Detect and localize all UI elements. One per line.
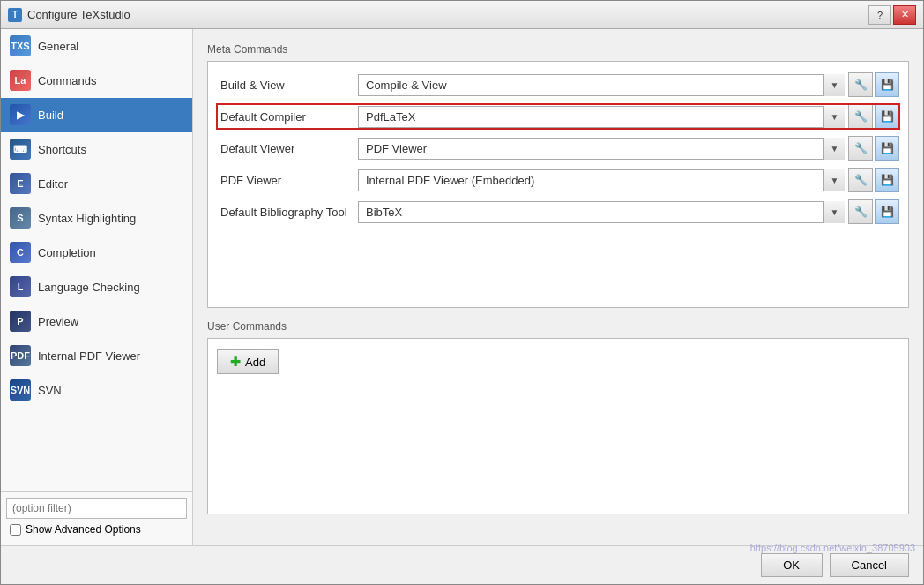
wrench-button-pdf-viewer[interactable]: 🔧	[848, 168, 873, 192]
sidebar-list: TXSGeneralLaCommands▶Build⌨ShortcutsEEdi…	[1, 29, 192, 491]
option-filter-input[interactable]	[6, 498, 187, 519]
sidebar-item-label-syntax: Syntax Highlighting	[38, 212, 136, 225]
form-row-default-viewer: Default ViewerPDF ViewerDVI ViewerPS Vie…	[217, 136, 899, 161]
user-commands-section: User Commands ✚ Add	[207, 320, 909, 514]
meta-commands-section: Meta Commands Build & ViewCompile & View…	[207, 43, 909, 308]
cancel-button[interactable]: Cancel	[830, 553, 909, 577]
sidebar-item-label-completion: Completion	[38, 246, 96, 259]
editor-icon: E	[10, 173, 31, 194]
select-wrapper-bibliography-tool: BibTeXBiberBibTeX8▼	[358, 201, 845, 223]
form-row-bibliography-tool: Default Bibliography ToolBibTeXBiberBibT…	[217, 199, 899, 224]
select-build-view[interactable]: Compile & ViewPdfLaTeX + View PDFLaTeX +…	[358, 74, 845, 96]
add-button[interactable]: ✚ Add	[217, 349, 279, 374]
label-pdf-viewer: PDF Viewer	[217, 174, 358, 187]
label-default-viewer: Default Viewer	[217, 142, 358, 155]
select-bibliography-tool[interactable]: BibTeXBiberBibTeX8	[358, 201, 845, 223]
label-build-view: Build & View	[217, 79, 358, 92]
sidebar-item-general[interactable]: TXSGeneral	[1, 29, 192, 64]
build-icon: ▶	[10, 104, 31, 125]
title-bar: T Configure TeXstudio ? ✕	[1, 1, 923, 29]
close-button[interactable]: ✕	[893, 5, 916, 25]
select-default-compiler[interactable]: PdfLaTeXLaTeXXeLaTeXLuaLaTeXBibTeX	[358, 106, 845, 128]
commands-icon: La	[10, 70, 31, 91]
sidebar: TXSGeneralLaCommands▶Build⌨ShortcutsEEdi…	[1, 29, 193, 545]
select-pdf-viewer[interactable]: Internal PDF Viewer (Embedded)External P…	[358, 169, 845, 191]
disk-button-default-viewer[interactable]: 💾	[875, 136, 899, 161]
meta-commands-box: Build & ViewCompile & ViewPdfLaTeX + Vie…	[207, 61, 909, 308]
sidebar-item-svn[interactable]: SVNSVN	[1, 373, 192, 408]
dialog-footer: OK Cancel	[1, 545, 923, 584]
wrench-button-bibliography-tool[interactable]: 🔧	[848, 199, 873, 224]
sidebar-item-label-preview: Preview	[38, 315, 78, 328]
show-advanced-option[interactable]: Show Advanced Options	[6, 519, 187, 540]
sidebar-item-label-commands: Commands	[38, 74, 96, 87]
sidebar-footer: Show Advanced Options	[1, 491, 192, 545]
user-commands-box: ✚ Add	[207, 338, 909, 514]
pdfviewer-icon: PDF	[10, 345, 31, 366]
sidebar-item-preview[interactable]: PPreview	[1, 304, 192, 339]
row-btns-build-view: 🔧💾	[848, 72, 899, 97]
user-commands-label: User Commands	[207, 320, 909, 333]
label-default-compiler: Default Compiler	[217, 110, 358, 124]
sidebar-item-label-pdfviewer: Internal PDF Viewer	[38, 349, 140, 363]
sidebar-item-syntax[interactable]: SSyntax Highlighting	[1, 201, 192, 236]
row-btns-pdf-viewer: 🔧💾	[848, 168, 899, 192]
disk-button-pdf-viewer[interactable]: 💾	[875, 168, 899, 192]
sidebar-item-label-build: Build	[38, 109, 63, 122]
window-title: Configure TeXstudio	[27, 8, 130, 21]
sidebar-item-language[interactable]: LLanguage Checking	[1, 270, 192, 304]
show-advanced-checkbox[interactable]	[10, 524, 21, 536]
general-icon: TXS	[10, 35, 31, 56]
app-icon: T	[8, 8, 22, 22]
sidebar-item-shortcuts[interactable]: ⌨Shortcuts	[1, 132, 192, 167]
wrench-button-build-view[interactable]: 🔧	[848, 72, 873, 97]
help-button[interactable]: ?	[868, 5, 891, 25]
form-row-default-compiler: Default CompilerPdfLaTeXLaTeXXeLaTeXLuaL…	[217, 104, 899, 129]
row-btns-default-compiler: 🔧💾	[848, 104, 899, 129]
label-bibliography-tool: Default Bibliography Tool	[217, 206, 358, 219]
language-icon: L	[10, 276, 31, 297]
add-button-label: Add	[245, 356, 265, 369]
sidebar-item-label-svn: SVN	[38, 384, 62, 397]
syntax-icon: S	[10, 207, 31, 229]
row-btns-bibliography-tool: 🔧💾	[848, 199, 899, 224]
sidebar-item-pdfviewer[interactable]: PDFInternal PDF Viewer	[1, 339, 192, 373]
sidebar-item-completion[interactable]: CCompletion	[1, 236, 192, 270]
meta-commands-label: Meta Commands	[207, 43, 909, 56]
show-advanced-label: Show Advanced Options	[26, 523, 141, 536]
form-row-build-view: Build & ViewCompile & ViewPdfLaTeX + Vie…	[217, 72, 899, 97]
sidebar-item-commands[interactable]: LaCommands	[1, 64, 192, 98]
wrench-button-default-compiler[interactable]: 🔧	[848, 104, 873, 129]
select-wrapper-pdf-viewer: Internal PDF Viewer (Embedded)External P…	[358, 169, 845, 191]
form-row-pdf-viewer: PDF ViewerInternal PDF Viewer (Embedded)…	[217, 168, 899, 192]
disk-button-default-compiler[interactable]: 💾	[875, 104, 899, 129]
completion-icon: C	[10, 242, 31, 263]
title-bar-buttons: ? ✕	[868, 5, 916, 25]
select-wrapper-build-view: Compile & ViewPdfLaTeX + View PDFLaTeX +…	[358, 74, 845, 96]
sidebar-item-label-shortcuts: Shortcuts	[38, 143, 86, 156]
wrench-button-default-viewer[interactable]: 🔧	[848, 136, 873, 161]
row-btns-default-viewer: 🔧💾	[848, 136, 899, 161]
disk-button-build-view[interactable]: 💾	[875, 72, 899, 97]
sidebar-item-editor[interactable]: EEditor	[1, 167, 192, 201]
sidebar-item-label-general: General	[38, 40, 78, 53]
disk-button-bibliography-tool[interactable]: 💾	[875, 199, 899, 224]
preview-icon: P	[10, 311, 31, 332]
sidebar-item-label-editor: Editor	[38, 177, 68, 191]
content-area: TXSGeneralLaCommands▶Build⌨ShortcutsEEdi…	[1, 29, 923, 545]
select-wrapper-default-compiler: PdfLaTeXLaTeXXeLaTeXLuaLaTeXBibTeX▼	[358, 106, 845, 128]
ok-button[interactable]: OK	[761, 553, 823, 577]
select-wrapper-default-viewer: PDF ViewerDVI ViewerPS Viewer▼	[358, 138, 845, 160]
plus-icon: ✚	[230, 355, 241, 369]
select-default-viewer[interactable]: PDF ViewerDVI ViewerPS Viewer	[358, 138, 845, 160]
svn-icon: SVN	[10, 379, 31, 401]
sidebar-item-build[interactable]: ▶Build	[1, 98, 192, 132]
shortcuts-icon: ⌨	[10, 139, 31, 160]
main-panel: Meta Commands Build & ViewCompile & View…	[193, 29, 923, 545]
sidebar-item-label-language: Language Checking	[38, 281, 140, 294]
